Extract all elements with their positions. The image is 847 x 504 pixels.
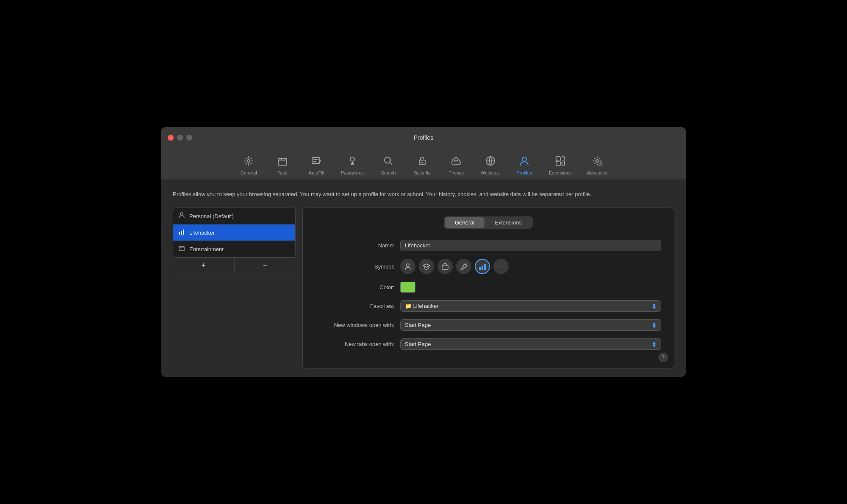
symbol-label: Symbol: xyxy=(316,263,400,270)
name-row: Name: xyxy=(316,240,661,251)
svg-point-0 xyxy=(247,160,250,162)
page-description: Profiles allow you to keep your browsing… xyxy=(173,190,674,199)
new-windows-row: New windows open with: Start Page Homepa… xyxy=(316,319,661,331)
new-tabs-label: New tabs open with: xyxy=(316,341,400,347)
toolbar-item-tabs[interactable]: Tabs xyxy=(266,152,299,178)
symbol-person-button[interactable] xyxy=(400,259,415,274)
security-label: Security xyxy=(414,170,431,175)
symbol-tools-button[interactable] xyxy=(456,259,471,274)
toolbar-item-websites[interactable]: Websites xyxy=(473,152,507,178)
remove-profile-button[interactable]: − xyxy=(235,258,296,274)
help-button[interactable]: ? xyxy=(659,353,668,362)
new-windows-dropdown-wrapper: Start Page Homepage Empty Page ⬍ xyxy=(400,319,661,331)
toolbar-item-general[interactable]: General xyxy=(232,152,266,178)
profiles-label: Profiles xyxy=(517,170,532,175)
new-tabs-row: New tabs open with: Start Page Homepage … xyxy=(316,338,661,350)
name-label: Name: xyxy=(316,242,400,249)
profile-entertainment-icon xyxy=(178,245,185,253)
maximize-button[interactable] xyxy=(186,135,192,141)
symbol-row: Symbol: xyxy=(316,259,661,274)
profiles-icon xyxy=(518,155,530,169)
new-tabs-dropdown-wrapper: Start Page Homepage Empty Page ⬍ xyxy=(400,338,661,350)
traffic-lights xyxy=(168,135,192,141)
search-icon xyxy=(382,155,394,169)
passwords-icon xyxy=(346,155,358,169)
symbol-more-button[interactable]: ··· xyxy=(493,259,509,274)
general-label: General xyxy=(241,170,257,175)
toolbar-item-extensions[interactable]: Extensions xyxy=(541,152,579,178)
close-button[interactable] xyxy=(168,135,174,141)
svg-rect-14 xyxy=(181,231,182,235)
detail-tabs: General Extensions xyxy=(316,216,661,229)
new-tabs-dropdown[interactable]: Start Page Homepage Empty Page xyxy=(400,338,661,350)
profiles-list: Personal (Default) Lifehacker xyxy=(173,208,296,258)
color-swatch[interactable] xyxy=(400,282,415,293)
toolbar-item-autofill[interactable]: AutoFill xyxy=(299,152,333,178)
svg-rect-16 xyxy=(179,246,184,251)
profile-item-lifehacker[interactable]: Lifehacker xyxy=(173,224,295,241)
profile-lifehacker-name: Lifehacker xyxy=(189,230,215,236)
svg-point-10 xyxy=(596,160,598,162)
toolbar-item-profiles[interactable]: Profiles xyxy=(507,152,541,178)
svg-rect-19 xyxy=(479,267,481,270)
svg-rect-15 xyxy=(183,230,184,235)
toolbar-item-security[interactable]: Security xyxy=(405,152,439,178)
profile-item-entertainment[interactable]: Entertainment xyxy=(173,241,295,257)
toolbar-item-advanced[interactable]: Advanced xyxy=(579,152,615,178)
svg-point-3 xyxy=(350,157,354,161)
main-area: Personal (Default) Lifehacker xyxy=(173,208,674,368)
general-icon xyxy=(243,155,255,169)
search-label: Search xyxy=(381,170,396,175)
profiles-list-panel: Personal (Default) Lifehacker xyxy=(173,208,296,368)
detail-panel: General Extensions Name: Symbol: xyxy=(302,208,674,368)
new-windows-dropdown[interactable]: Start Page Homepage Empty Page xyxy=(400,319,661,331)
svg-point-17 xyxy=(407,264,409,266)
main-window: Profiles General Tabs xyxy=(161,127,686,377)
svg-rect-20 xyxy=(482,266,483,270)
tab-general[interactable]: General xyxy=(445,217,484,228)
svg-rect-21 xyxy=(484,264,486,270)
security-icon xyxy=(416,155,428,169)
favorites-label: Favorites: xyxy=(316,303,400,309)
window-title: Profiles xyxy=(414,134,434,141)
toolbar-item-passwords[interactable]: Passwords xyxy=(333,152,371,178)
add-profile-button[interactable]: + xyxy=(173,258,235,274)
extensions-icon xyxy=(554,155,566,169)
symbol-briefcase-button[interactable] xyxy=(437,259,453,274)
svg-point-8 xyxy=(522,157,526,161)
favorites-dropdown[interactable]: 📁 Lifehacker 📁 Personal 📁 Entertainment xyxy=(400,300,661,312)
profile-lifehacker-icon xyxy=(178,228,185,237)
detail-tabs-inner: General Extensions xyxy=(444,216,533,229)
profile-item-personal[interactable]: Personal (Default) xyxy=(173,208,295,224)
symbol-chart-button[interactable] xyxy=(475,259,490,274)
extensions-label: Extensions xyxy=(549,170,572,175)
passwords-label: Passwords xyxy=(341,170,364,175)
toolbar-item-search[interactable]: Search xyxy=(371,152,405,178)
autofill-icon xyxy=(310,155,322,169)
advanced-icon xyxy=(591,155,603,169)
tab-extensions[interactable]: Extensions xyxy=(484,217,532,228)
name-input[interactable] xyxy=(400,240,661,251)
profiles-toolbar: + − xyxy=(173,258,296,274)
tabs-icon xyxy=(277,155,288,169)
privacy-icon xyxy=(450,155,462,169)
profile-entertainment-name: Entertainment xyxy=(189,246,224,252)
favorites-dropdown-wrapper: 📁 Lifehacker 📁 Personal 📁 Entertainment … xyxy=(400,300,661,312)
svg-point-6 xyxy=(421,162,423,163)
content-area: Profiles allow you to keep your browsing… xyxy=(161,180,686,377)
new-windows-label: New windows open with: xyxy=(316,322,400,328)
svg-rect-9 xyxy=(556,157,560,161)
toolbar-item-privacy[interactable]: Privacy xyxy=(439,152,473,178)
advanced-label: Advanced xyxy=(587,170,608,175)
favorites-row: Favorites: 📁 Lifehacker 📁 Personal 📁 Ent… xyxy=(316,300,661,312)
symbol-graduation-button[interactable] xyxy=(419,259,434,274)
autofill-label: AutoFill xyxy=(309,170,324,175)
svg-point-12 xyxy=(180,213,183,215)
minimize-button[interactable] xyxy=(177,135,183,141)
toolbar: General Tabs AutoFill xyxy=(161,149,686,180)
profile-personal-name: Personal (Default) xyxy=(189,213,234,219)
websites-label: Websites xyxy=(481,170,500,175)
color-label: Color: xyxy=(316,284,400,291)
tabs-label: Tabs xyxy=(278,170,288,175)
websites-icon xyxy=(484,155,496,169)
